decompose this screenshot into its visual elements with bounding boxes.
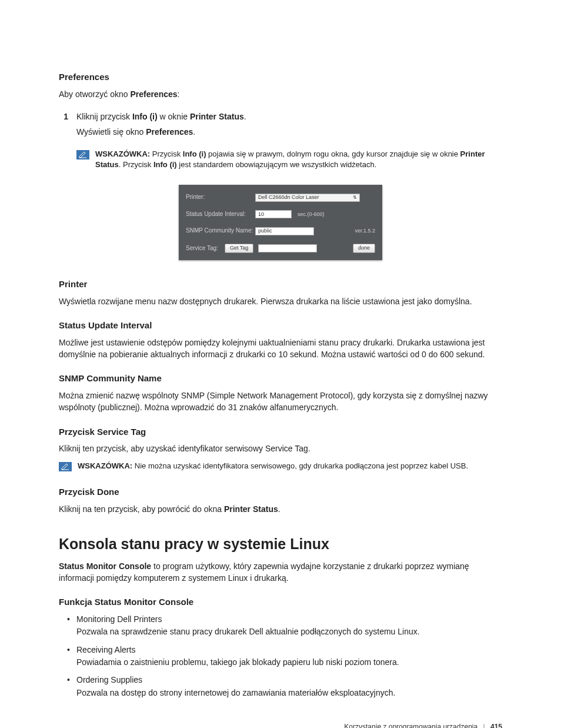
footer-section-title: Korzystanie z oprogramowania urządzenia xyxy=(344,723,477,728)
done-text: Kliknij na ten przycisk, aby powrócić do… xyxy=(59,503,502,515)
note-body: WSKAZÓWKA: Przycisk Info (i) pojawia się… xyxy=(95,149,502,171)
text-segment: . xyxy=(193,127,195,137)
info-i-word: Info (i) xyxy=(153,160,177,169)
printer-status-word: Printer Status xyxy=(224,504,278,514)
list-item: Monitoring Dell Printers Pozwala na spra… xyxy=(76,613,502,638)
step-1: 1 Kliknij przycisk Info (i) w oknie Prin… xyxy=(59,111,502,122)
text-segment: Kliknij na ten przycisk, aby powrócić do… xyxy=(59,504,224,514)
heading-function-smc: Funkcja Status Monitor Console xyxy=(59,596,502,609)
status-monitor-console-word: Status Monitor Console xyxy=(59,561,151,571)
linux-intro: Status Monitor Console to program użytko… xyxy=(59,560,502,584)
list-item-body: Pozwala na sprawdzenie stanu pracy druka… xyxy=(76,626,502,637)
heading-preferences: Preferences xyxy=(59,71,502,84)
printer-status-word: Printer Status xyxy=(190,112,244,121)
get-tag-button[interactable]: Get Tag xyxy=(225,244,253,253)
list-item-title: Receiving Alerts xyxy=(76,645,135,654)
note-body: WSKAZÓWKA: Nie można uzyskać identyfikat… xyxy=(78,461,502,472)
note-1: WSKAZÓWKA: Przycisk Info (i) pojawia się… xyxy=(76,149,502,171)
interval-label: Status Update Interval: xyxy=(186,210,255,219)
list-item-body: Powiadamia o zaistnieniu problemu, takie… xyxy=(76,656,502,668)
info-i-word: Info (i) xyxy=(183,149,206,158)
step-number: 1 xyxy=(59,111,76,122)
printer-label: Printer: xyxy=(186,193,255,202)
info-i-word: Info (i) xyxy=(132,112,158,121)
printer-row: Printer: Dell C2660dn Color Laser ⇅ xyxy=(186,193,375,202)
note-label: WSKAZÓWKA: xyxy=(78,461,132,470)
version-label: ver.1.5.2 xyxy=(355,227,375,235)
text-segment: w oknie xyxy=(158,112,190,121)
text-segment: . xyxy=(278,504,280,514)
page-number: 415 xyxy=(490,723,502,728)
heading-snmp-community-name: SNMP Community Name xyxy=(59,372,502,385)
note-2: WSKAZÓWKA: Nie można uzyskać identyfikat… xyxy=(59,461,502,472)
heading-printer: Printer xyxy=(59,278,502,291)
interval-suffix: sec.(0-600) xyxy=(298,211,325,218)
preferences-word: Preferences xyxy=(130,89,177,99)
status-update-interval-text: Możliwe jest ustawienie odstępów pomiędz… xyxy=(59,337,502,361)
list-item-title: Ordering Supplies xyxy=(76,675,142,684)
printer-text: Wyświetla rozwijane menu nazw dostępnych… xyxy=(59,295,502,307)
snmp-row: SNMP Community Name: public ver.1.5.2 xyxy=(186,227,375,235)
text-segment: Aby otworzyć okno xyxy=(59,89,130,99)
heading-done-button: Przycisk Done xyxy=(59,486,502,498)
function-bullet-list: Monitoring Dell Printers Pozwala na spra… xyxy=(76,613,502,699)
snmp-community-name-text: Można zmienić nazwę wspólnoty SNMP (Simp… xyxy=(59,390,502,414)
heading-linux-console: Konsola stanu pracy w systemie Linux xyxy=(59,533,502,554)
interval-input[interactable]: 10 xyxy=(255,210,292,218)
pencil-note-icon xyxy=(59,462,72,471)
heading-service-tag-button: Przycisk Service Tag xyxy=(59,426,502,438)
list-item: Ordering Supplies Pozwala na dostęp do s… xyxy=(76,674,502,699)
text-segment: jest standardem obowiązującym we wszystk… xyxy=(177,160,377,169)
done-button[interactable]: done xyxy=(353,244,375,253)
heading-status-update-interval: Status Update Interval xyxy=(59,319,502,332)
list-item-title: Monitoring Dell Printers xyxy=(76,614,162,624)
preferences-panel: Printer: Dell C2660dn Color Laser ⇅ Stat… xyxy=(179,185,382,260)
printer-dropdown-value: Dell C2660dn Color Laser xyxy=(258,194,319,201)
list-item: Receiving Alerts Powiadamia o zaistnieni… xyxy=(76,644,502,669)
service-tag-input[interactable] xyxy=(258,244,317,252)
text-segment: : xyxy=(178,89,180,99)
snmp-label: SNMP Community Name: xyxy=(186,227,255,235)
note-label: WSKAZÓWKA: xyxy=(95,149,150,158)
snmp-input[interactable]: public xyxy=(255,227,314,235)
text-segment: Przycisk xyxy=(150,149,183,158)
service-tag-row: Service Tag: Get Tag done xyxy=(186,244,375,253)
text-segment: pojawia się w prawym, dolnym rogu okna, … xyxy=(206,149,460,158)
text-segment: Nie można uzyskać identyfikatora serwiso… xyxy=(132,461,468,470)
pencil-note-icon xyxy=(76,150,89,159)
list-item-body: Pozwala na dostęp do strony internetowej… xyxy=(76,687,502,699)
preferences-word: Preferences xyxy=(146,127,193,137)
open-preferences-text: Aby otworzyć okno Preferences: xyxy=(59,88,502,100)
chevron-updown-icon: ⇅ xyxy=(353,194,357,201)
step-body: Kliknij przycisk Info (i) w oknie Printe… xyxy=(76,111,502,122)
step-1-sub: Wyświetli się okno Preferences. xyxy=(76,126,502,138)
interval-row: Status Update Interval: 10 sec.(0-600) xyxy=(186,210,375,219)
service-tag-text: Kliknij ten przycisk, aby uzyskać identy… xyxy=(59,443,502,454)
page-footer: Korzystanie z oprogramowania urządzenia … xyxy=(59,722,502,728)
text-segment: . Przycisk xyxy=(119,160,153,169)
text-segment: . xyxy=(244,112,246,121)
footer-separator: | xyxy=(483,723,485,728)
printer-dropdown[interactable]: Dell C2660dn Color Laser ⇅ xyxy=(255,194,360,202)
preferences-panel-figure: Printer: Dell C2660dn Color Laser ⇅ Stat… xyxy=(59,185,502,260)
text-segment: Wyświetli się okno xyxy=(76,127,146,137)
service-tag-label: Service Tag: xyxy=(186,244,225,253)
text-segment: Kliknij przycisk xyxy=(76,112,132,121)
